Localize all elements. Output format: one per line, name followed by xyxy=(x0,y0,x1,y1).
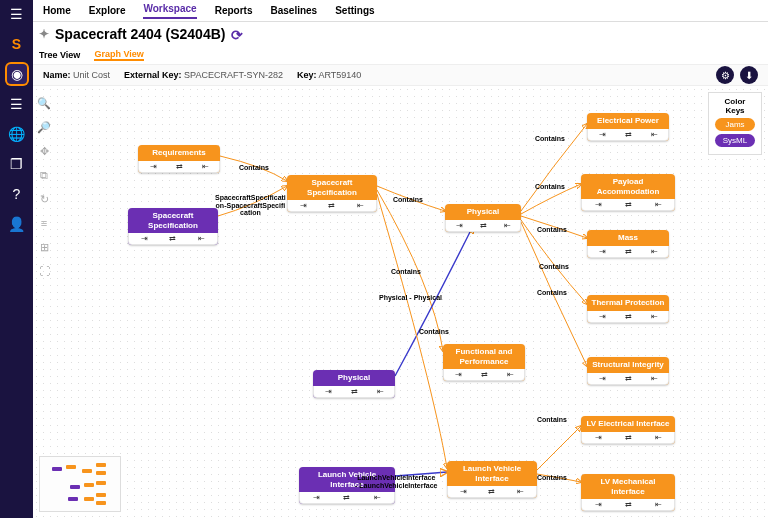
node-lvi_o[interactable]: Launch Vehicle Interface⇥⇄⇤ xyxy=(447,461,537,498)
view-tree[interactable]: Tree View xyxy=(39,50,80,60)
node-label: Structural Integrity xyxy=(587,357,669,373)
node-scspec_o[interactable]: Spacecraft Specification⇥⇄⇤ xyxy=(287,175,377,212)
edge-label: Contains xyxy=(537,416,567,423)
legend-chip-jams[interactable]: Jams xyxy=(715,118,755,131)
node-thermal[interactable]: Thermal Protection⇥⇄⇤ xyxy=(587,295,669,323)
meta-key: ART59140 xyxy=(318,70,361,80)
download-button[interactable]: ⬇ xyxy=(740,66,758,84)
edge-label: Contains xyxy=(535,183,565,190)
node-funcperf[interactable]: Functional and Performance⇥⇄⇤ xyxy=(443,344,525,381)
node-label: Physical xyxy=(445,204,521,220)
help-icon[interactable]: ? xyxy=(7,184,27,204)
meta-name: Unit Cost xyxy=(73,70,110,80)
left-rail: ☰ S ◉ ☰ 🌐 ❐ ? 👤 xyxy=(0,0,33,518)
copy-icon[interactable]: ⧉ xyxy=(37,168,51,182)
graph-canvas[interactable]: 🔍 🔎 ✥ ⧉ ↻ ≡ ⊞ ⛶ xyxy=(33,86,768,518)
logo-icon[interactable]: S xyxy=(7,34,27,54)
node-lvelec[interactable]: LV Electrical Interface⇥⇄⇤ xyxy=(581,416,675,444)
node-label: Physical xyxy=(313,370,395,386)
edge-label: Contains xyxy=(393,196,423,203)
zoom-in-icon[interactable]: 🔍 xyxy=(37,96,51,110)
edge-label: SpacecraftSpecificati on-SpacecraftSpeci… xyxy=(215,194,286,217)
tab-explore[interactable]: Explore xyxy=(89,5,126,16)
node-ports: ⇥⇄⇤ xyxy=(587,129,669,141)
edge-label: Contains xyxy=(537,289,567,296)
node-ports: ⇥⇄⇤ xyxy=(581,499,675,511)
meta-extkey-label: External Key: xyxy=(124,70,182,80)
edge-label: Contains xyxy=(535,135,565,142)
node-ports: ⇥⇄⇤ xyxy=(581,432,675,444)
pan-icon[interactable]: ✥ xyxy=(37,144,51,158)
gear-icon: ⚙ xyxy=(721,70,730,81)
user-icon[interactable]: 👤 xyxy=(7,214,27,234)
sparkle-icon: ✦ xyxy=(39,27,49,41)
edge-label: Contains xyxy=(419,328,449,335)
node-label: Mass xyxy=(587,230,669,246)
list-icon[interactable]: ☰ xyxy=(7,94,27,114)
meta-key-label: Key: xyxy=(297,70,317,80)
node-label: Launch Vehicle Interface xyxy=(447,461,537,486)
refresh-icon[interactable]: ⟳ xyxy=(231,27,245,41)
title-bar: ✦ Spacecraft 2404 (S2404B) ⟳ xyxy=(33,22,768,46)
top-nav: Home Explore Workspace Reports Baselines… xyxy=(33,0,768,22)
node-ports: ⇥⇄⇤ xyxy=(587,246,669,258)
node-payload[interactable]: Payload Accommodation⇥⇄⇤ xyxy=(581,174,675,211)
target-icon[interactable]: ◉ xyxy=(7,64,27,84)
reload-icon[interactable]: ↻ xyxy=(37,192,51,206)
node-mass[interactable]: Mass⇥⇄⇤ xyxy=(587,230,669,258)
legend: Color Keys Jams SysML xyxy=(708,92,762,155)
minimap[interactable] xyxy=(39,456,121,512)
node-label: LV Electrical Interface xyxy=(581,416,675,432)
node-physical_o[interactable]: Physical⇥⇄⇤ xyxy=(445,204,521,232)
tab-workspace[interactable]: Workspace xyxy=(143,3,196,19)
node-req[interactable]: Requirements⇥⇄⇤ xyxy=(138,145,220,173)
zoom-out-icon[interactable]: 🔎 xyxy=(37,120,51,134)
tab-settings[interactable]: Settings xyxy=(335,5,374,16)
node-ports: ⇥⇄⇤ xyxy=(287,200,377,212)
node-ports: ⇥⇄⇤ xyxy=(443,369,525,381)
tab-baselines[interactable]: Baselines xyxy=(270,5,317,16)
main: Home Explore Workspace Reports Baselines… xyxy=(33,0,768,518)
meta-extkey: SPACECRAFT-SYN-282 xyxy=(184,70,283,80)
tab-home[interactable]: Home xyxy=(43,5,71,16)
node-struct[interactable]: Structural Integrity⇥⇄⇤ xyxy=(587,357,669,385)
layout-icon[interactable]: ≡ xyxy=(37,216,51,230)
node-label: Requirements xyxy=(138,145,220,161)
view-graph[interactable]: Graph View xyxy=(94,49,143,61)
meta-name-label: Name: xyxy=(43,70,71,80)
node-ports: ⇥⇄⇤ xyxy=(299,492,395,504)
fit-icon[interactable]: ⛶ xyxy=(37,264,51,278)
node-physical_p[interactable]: Physical⇥⇄⇤ xyxy=(313,370,395,398)
node-ports: ⇥⇄⇤ xyxy=(587,311,669,323)
edge-label: Physical - Physical xyxy=(379,294,442,301)
layers-icon[interactable]: ❐ xyxy=(7,154,27,174)
edge-label: Contains xyxy=(537,226,567,233)
node-label: Functional and Performance xyxy=(443,344,525,369)
node-lvmech[interactable]: LV Mechanical Interface⇥⇄⇤ xyxy=(581,474,675,511)
node-label: Spacecraft Specification xyxy=(128,208,218,233)
meta-bar: Name: Unit Cost External Key: SPACECRAFT… xyxy=(33,64,768,86)
edge-label: Contains xyxy=(537,474,567,481)
node-elec[interactable]: Electrical Power⇥⇄⇤ xyxy=(587,113,669,141)
globe-icon[interactable]: 🌐 xyxy=(7,124,27,144)
edge-label: Contains xyxy=(239,164,269,171)
edge-label: Contains xyxy=(539,263,569,270)
grid-icon[interactable]: ⊞ xyxy=(37,240,51,254)
node-label: Electrical Power xyxy=(587,113,669,129)
tool-strip: 🔍 🔎 ✥ ⧉ ↻ ≡ ⊞ ⛶ xyxy=(37,96,51,278)
node-ports: ⇥⇄⇤ xyxy=(128,233,218,245)
page-title: Spacecraft 2404 (S2404B) xyxy=(55,26,225,42)
node-scspec_p[interactable]: Spacecraft Specification⇥⇄⇤ xyxy=(128,208,218,245)
node-label: Thermal Protection xyxy=(587,295,669,311)
legend-chip-sysml[interactable]: SysML xyxy=(715,134,755,147)
edge-label: LaunchVehicleInterface - LaunchVehicleIn… xyxy=(355,474,437,489)
node-label: Spacecraft Specification xyxy=(287,175,377,200)
download-icon: ⬇ xyxy=(745,70,753,81)
menu-icon[interactable]: ☰ xyxy=(7,4,27,24)
legend-title: Color Keys xyxy=(715,97,755,115)
tab-reports[interactable]: Reports xyxy=(215,5,253,16)
settings-button[interactable]: ⚙ xyxy=(716,66,734,84)
node-ports: ⇥⇄⇤ xyxy=(138,161,220,173)
node-ports: ⇥⇄⇤ xyxy=(581,199,675,211)
node-ports: ⇥⇄⇤ xyxy=(447,486,537,498)
